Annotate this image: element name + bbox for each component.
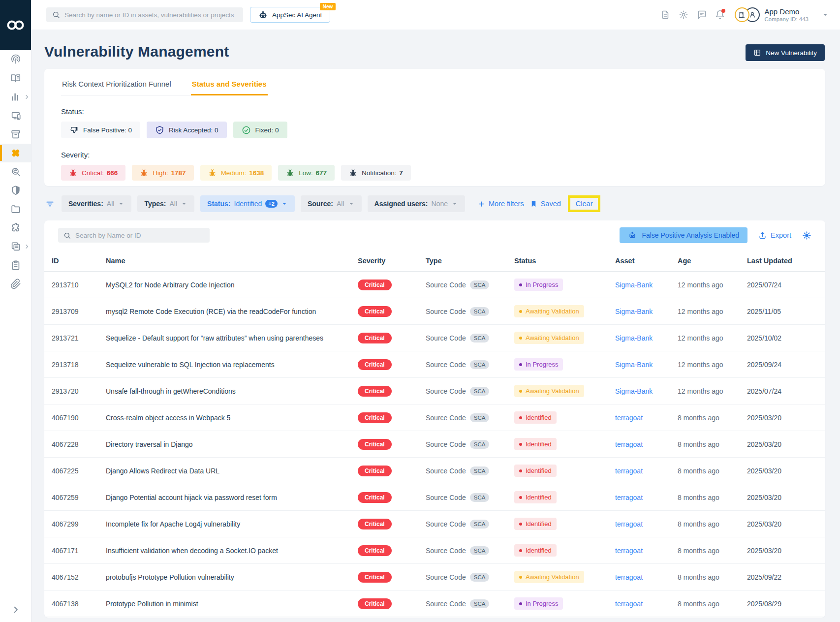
table-settings-gear-icon[interactable]: [802, 231, 811, 240]
status-chip-risk[interactable]: Risk Accepted: 0: [147, 122, 227, 138]
column-header-severity[interactable]: Severity: [358, 257, 426, 265]
false-positive-analysis-button[interactable]: False Positive Analysis Enabled: [620, 227, 747, 243]
export-button[interactable]: Export: [758, 231, 791, 240]
cell-age: 8 months ago: [678, 520, 747, 528]
table-search-input[interactable]: Search by Name or ID: [58, 228, 210, 243]
chevron-down-icon[interactable]: [821, 11, 829, 19]
sidebar-item-scan-search[interactable]: [0, 162, 31, 181]
cell-type: Source CodeSCA: [426, 307, 514, 316]
new-vulnerability-button[interactable]: New Vulnerability: [746, 44, 825, 61]
table-row[interactable]: 2913718Sequelize vulnerable to SQL Injec…: [44, 351, 825, 378]
severity-chip-notification[interactable]: Notification: 7: [341, 165, 411, 181]
column-header-id[interactable]: ID: [52, 257, 106, 265]
table-row[interactable]: 4067225Django Allows Redirect via Data U…: [44, 458, 825, 484]
severity-chip-low[interactable]: Low: 677: [278, 165, 335, 181]
settings-button[interactable]: [679, 10, 688, 20]
global-search-input[interactable]: Search by name or ID in assets, vulnerab…: [46, 7, 243, 22]
asset-link[interactable]: Sigma-Bank: [615, 387, 653, 395]
filter-chip-types[interactable]: Types:All: [137, 195, 194, 212]
asset-link[interactable]: terragoat: [615, 440, 643, 448]
cell-name: protobufjs Prototype Pollution vulnerabi…: [106, 573, 358, 581]
sidebar-item-clipboard[interactable]: [0, 256, 31, 275]
table-search-placeholder: Search by Name or ID: [75, 232, 141, 239]
asset-link[interactable]: Sigma-Bank: [615, 361, 653, 369]
asset-link[interactable]: Sigma-Bank: [615, 308, 653, 315]
status-chip-fixed[interactable]: Fixed: 0: [233, 122, 287, 138]
table-row[interactable]: 2913710MySQL2 for Node Arbitrary Code In…: [44, 272, 825, 298]
asset-link[interactable]: terragoat: [615, 600, 643, 608]
sidebar-item-folder[interactable]: [0, 200, 31, 218]
column-header-last-updated[interactable]: Last Updated: [747, 257, 825, 265]
cell-type: Source CodeSCA: [426, 546, 514, 555]
table-row[interactable]: 4067171Insufficient validation when deco…: [44, 537, 825, 564]
notifications-button[interactable]: [715, 10, 725, 20]
filter-chip-status[interactable]: Status:Identified+2: [200, 195, 295, 212]
asset-link[interactable]: terragoat: [615, 494, 643, 501]
cell-id: 4067190: [52, 414, 106, 422]
user-menu[interactable]: App Demo Company ID: 443: [735, 7, 830, 22]
asset-link[interactable]: Sigma-Bank: [615, 281, 653, 289]
sidebar-item-archive[interactable]: [0, 125, 31, 144]
search-placeholder: Search by name or ID in assets, vulnerab…: [64, 11, 234, 19]
column-header-name[interactable]: Name: [106, 257, 358, 265]
cell-status: Identified: [514, 491, 615, 503]
type-badge: SCA: [470, 307, 490, 316]
asset-link[interactable]: terragoat: [615, 520, 643, 528]
cell-type: Source CodeSCA: [426, 280, 514, 289]
filter-chip-source[interactable]: Source:All: [301, 195, 362, 212]
sidebar-item-devices[interactable]: [0, 106, 31, 125]
sidebar-item-puzzle[interactable]: [0, 218, 31, 237]
table-row[interactable]: 2913709mysql2 Remote Code Execution (RCE…: [44, 298, 825, 325]
table-row[interactable]: 2913721Sequelize - Default support for “…: [44, 325, 825, 351]
cell-asset: Sigma-Bank: [615, 281, 678, 289]
severity-chip-medium[interactable]: Medium: 1638: [200, 165, 272, 181]
sidebar-item-bar-chart[interactable]: [0, 88, 31, 106]
sidebar-item-paperclip[interactable]: [0, 275, 31, 293]
caret-down-icon: [118, 200, 124, 207]
column-header-type[interactable]: Type: [426, 257, 514, 265]
appsec-ai-agent-button[interactable]: AppSec AI Agent New: [250, 7, 330, 23]
feedback-button[interactable]: [697, 10, 707, 20]
status-chip-fp[interactable]: False Positive: 0: [61, 122, 140, 138]
filter-chip-severities[interactable]: Severities:All: [62, 195, 131, 212]
sidebar-expand-button[interactable]: [0, 605, 31, 614]
asset-link[interactable]: terragoat: [615, 573, 643, 581]
column-header-status[interactable]: Status: [514, 257, 615, 265]
cell-status: Identified: [514, 411, 615, 424]
documents-button[interactable]: [660, 10, 670, 20]
table-row[interactable]: 4067152protobufjs Prototype Pollution vu…: [44, 564, 825, 591]
sidebar-item-book[interactable]: [0, 69, 31, 88]
cell-severity: Critical: [358, 439, 426, 450]
sidebar-item-radar[interactable]: [0, 50, 31, 69]
app-logo[interactable]: [0, 0, 31, 50]
table-row[interactable]: 4067299Incomplete fix for Apache Log4j v…: [44, 511, 825, 537]
asset-link[interactable]: terragoat: [615, 547, 643, 555]
severity-chip-critical[interactable]: Critical: 666: [61, 165, 125, 181]
column-header-asset[interactable]: Asset: [615, 257, 678, 265]
sidebar-item-pages[interactable]: [0, 237, 31, 256]
asset-link[interactable]: terragoat: [615, 414, 643, 422]
tab-status-and-severities[interactable]: Status and Severities: [191, 77, 268, 95]
severity-chip-high[interactable]: High: 1787: [132, 165, 193, 181]
table-row[interactable]: 4067259Django Potential account hijack v…: [44, 484, 825, 511]
table-row[interactable]: 2913720Unsafe fall-through in getWhereCo…: [44, 378, 825, 404]
caret-down-icon: [281, 200, 288, 207]
cell-type: Source CodeSCA: [426, 413, 514, 422]
filter-chip-assigned-users[interactable]: Assigned users:None: [368, 195, 465, 212]
sidebar-item-bandaid[interactable]: [0, 144, 31, 162]
check-circle-icon: [242, 125, 251, 135]
asset-link[interactable]: terragoat: [615, 467, 643, 475]
tab-risk-context-prioritization-funnel[interactable]: Risk Context Prioritization Funnel: [61, 77, 172, 95]
table-row[interactable]: 4067190Cross-realm object access in Webp…: [44, 404, 825, 431]
bug-icon: [69, 169, 77, 177]
column-header-age[interactable]: Age: [678, 257, 747, 265]
saved-filters-button[interactable]: Saved: [530, 200, 561, 208]
company-id: Company ID: 443: [765, 16, 809, 22]
more-filters-button[interactable]: More filters: [478, 200, 524, 208]
asset-link[interactable]: Sigma-Bank: [615, 334, 653, 342]
table-row[interactable]: 4067138Prototype Pollution in minimistCr…: [44, 591, 825, 617]
table-row[interactable]: 4067228Directory traversal in DjangoCrit…: [44, 431, 825, 458]
filter-icon[interactable]: [45, 199, 55, 209]
sidebar-item-shield[interactable]: [0, 181, 31, 200]
clear-filters-button[interactable]: Clear: [576, 200, 593, 208]
